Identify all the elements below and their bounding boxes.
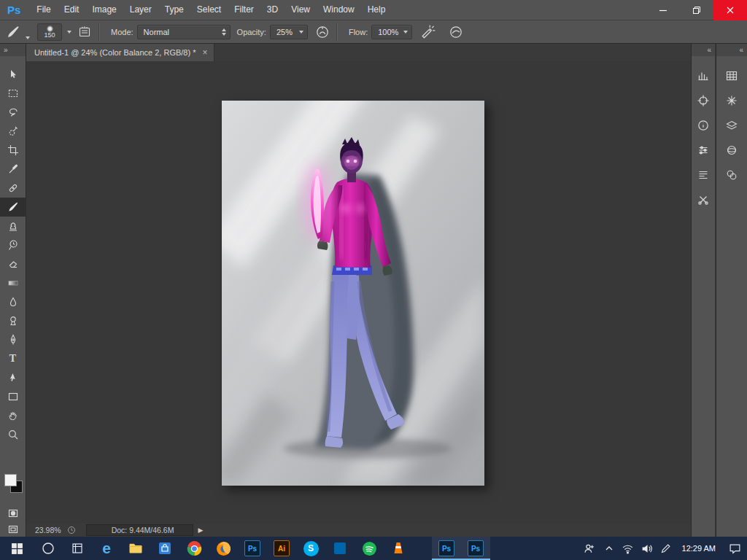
tray-overflow-button[interactable] <box>600 537 619 560</box>
flow-dropdown-arrow[interactable] <box>403 31 408 34</box>
tool-brush[interactable] <box>0 198 26 217</box>
opacity-dropdown-arrow[interactable] <box>299 31 303 34</box>
toggle-brush-panel-button[interactable] <box>76 24 93 40</box>
people-button[interactable] <box>581 537 600 560</box>
tool-eyedropper[interactable] <box>0 160 26 179</box>
taskbar-app-icon[interactable] <box>325 537 355 560</box>
panel-3d[interactable] <box>721 138 743 163</box>
taskbar-app-skype[interactable]: S <box>296 537 325 560</box>
document-tab[interactable]: Untitled-1 @ 24% (Color Balance 2, RGB/8… <box>26 44 214 61</box>
status-menu-arrow[interactable]: ▶ <box>198 526 203 534</box>
menu-image[interactable]: Image <box>85 0 123 20</box>
menu-select[interactable]: Select <box>190 0 228 20</box>
quick-mask-button[interactable] <box>0 505 26 522</box>
panel-color-sampler[interactable] <box>692 88 714 113</box>
foreground-color-swatch[interactable] <box>4 474 17 486</box>
panel-layers[interactable] <box>721 113 743 138</box>
document-canvas[interactable] <box>222 101 484 486</box>
menu-file[interactable]: File <box>30 0 57 20</box>
taskbar-window-photoshop-1[interactable]: Ps <box>432 537 461 560</box>
menu-filter[interactable]: Filter <box>228 0 260 20</box>
dock-collapse-header[interactable]: « <box>692 44 715 56</box>
tool-quick-selection[interactable] <box>0 122 26 141</box>
menu-edit[interactable]: Edit <box>58 0 86 20</box>
tool-zoom[interactable] <box>0 425 26 444</box>
taskbar-app-file-explorer[interactable] <box>121 537 150 560</box>
menu-type[interactable]: Type <box>158 0 190 20</box>
brush-panel-icon <box>78 26 91 39</box>
tool-path-selection[interactable] <box>0 368 26 387</box>
airbrush-button[interactable] <box>419 24 437 40</box>
collapse-panel-icon[interactable]: » <box>4 46 8 54</box>
tool-rectangle[interactable] <box>0 387 26 406</box>
zoom-level-field[interactable]: 23.98% <box>26 526 67 534</box>
action-center-button[interactable] <box>722 537 747 560</box>
network-button[interactable] <box>619 537 638 560</box>
document-size-display[interactable]: Doc: 9.44M/46.6M <box>86 524 194 536</box>
tool-eraser[interactable] <box>0 254 26 273</box>
panel-channels[interactable] <box>721 163 743 187</box>
brush-size-dropdown-arrow[interactable] <box>67 31 71 34</box>
tool-move[interactable] <box>0 65 26 84</box>
tool-crop[interactable] <box>0 141 26 160</box>
tool-spot-healing-brush[interactable] <box>0 179 26 198</box>
tool-gradient[interactable] <box>0 273 26 292</box>
restore-button[interactable] <box>680 0 713 20</box>
pen-settings-button[interactable] <box>657 537 676 560</box>
dock-collapse-header[interactable]: « <box>716 44 747 56</box>
tool-pen[interactable] <box>0 330 26 349</box>
panel-properties[interactable] <box>692 138 714 163</box>
taskbar-app-chrome[interactable] <box>179 537 209 560</box>
smoothing-button[interactable] <box>447 24 465 40</box>
panel-adjustments[interactable] <box>721 88 743 113</box>
tool-history-brush[interactable] <box>0 236 26 254</box>
taskbar-app-firefox[interactable] <box>209 537 238 560</box>
taskbar-clock[interactable]: 12:29 AM <box>676 544 722 553</box>
opacity-dropdown[interactable]: 25% <box>270 25 308 39</box>
tool-preset-picker[interactable] <box>0 25 33 39</box>
tool-lasso[interactable] <box>0 103 26 122</box>
screen-mode-button[interactable] <box>0 521 26 538</box>
preset-dropdown-arrow[interactable] <box>26 36 30 39</box>
panel-swatches[interactable] <box>721 63 743 88</box>
tab-close-icon[interactable]: × <box>202 47 207 58</box>
expand-panels-icon[interactable]: « <box>707 46 711 54</box>
menu-help[interactable]: Help <box>361 0 392 20</box>
panel-info[interactable] <box>692 113 714 138</box>
tool-hand[interactable] <box>0 406 26 425</box>
panel-histogram[interactable] <box>692 63 714 88</box>
task-view-button[interactable] <box>63 537 92 560</box>
layers-panel-icon <box>725 119 738 132</box>
taskbar-app-spotify[interactable] <box>355 537 384 560</box>
menu-view[interactable]: View <box>285 0 317 20</box>
taskbar-app-store[interactable] <box>150 537 179 560</box>
menu-3d[interactable]: 3D <box>260 0 285 20</box>
cortana-search-button[interactable] <box>34 537 63 560</box>
tools-panel-header[interactable]: » <box>0 44 26 56</box>
tool-clone-stamp[interactable] <box>0 217 26 236</box>
blend-mode-stepper[interactable] <box>222 28 226 36</box>
menu-window[interactable]: Window <box>317 0 361 20</box>
taskbar-app-illustrator[interactable]: Ai <box>267 537 296 560</box>
brush-size-picker[interactable]: 150 <box>37 23 62 41</box>
start-button[interactable] <box>0 537 34 560</box>
tool-blur[interactable] <box>0 292 26 311</box>
expand-panels-icon[interactable]: « <box>739 46 743 54</box>
tool-rectangular-marquee[interactable] <box>0 84 26 103</box>
close-button[interactable] <box>713 0 747 20</box>
taskbar-app-edge[interactable]: e <box>92 537 121 560</box>
volume-button[interactable] <box>638 537 657 560</box>
panel-tool-presets[interactable] <box>692 187 714 212</box>
taskbar-window-photoshop-2[interactable]: Ps <box>461 537 490 560</box>
canvas-pasteboard[interactable] <box>26 61 691 524</box>
minimize-button[interactable] <box>646 0 680 20</box>
blend-mode-dropdown[interactable]: Normal <box>137 25 231 39</box>
tool-type[interactable]: T <box>0 349 26 368</box>
tablet-opacity-button[interactable] <box>314 24 331 40</box>
menu-layer[interactable]: Layer <box>123 0 158 20</box>
taskbar-app-photoshop[interactable]: Ps <box>238 537 267 560</box>
tool-dodge[interactable] <box>0 311 26 330</box>
taskbar-app-vlc[interactable] <box>384 537 413 560</box>
flow-dropdown[interactable]: 100% <box>371 25 412 39</box>
panel-paragraph[interactable] <box>692 163 714 187</box>
